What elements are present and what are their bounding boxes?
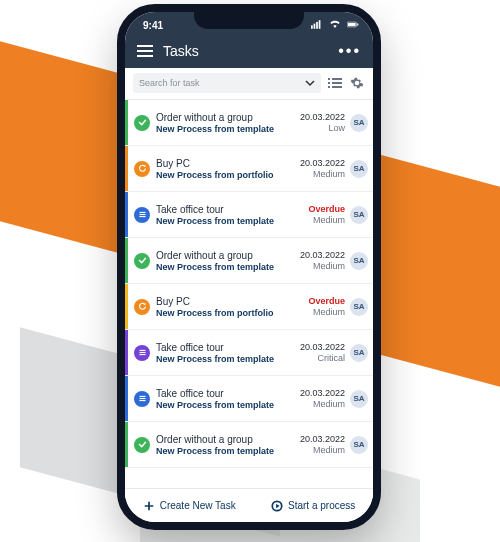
task-priority: Medium	[313, 445, 345, 455]
create-task-button[interactable]: Create New Task	[143, 500, 236, 512]
svg-rect-3	[319, 20, 321, 29]
task-title: Buy PC	[156, 296, 287, 307]
task-priority: Medium	[313, 307, 345, 317]
task-subtitle: New Process from template	[156, 400, 287, 410]
svg-rect-0	[311, 25, 313, 28]
task-priority: Medium	[313, 169, 345, 179]
assignee-avatar[interactable]: SA	[349, 376, 373, 421]
svg-rect-18	[139, 216, 145, 217]
task-row[interactable]: Buy PCNew Process from portfolio20.03.20…	[125, 146, 373, 192]
menu-icon[interactable]	[137, 44, 153, 58]
assignee-avatar[interactable]: SA	[349, 192, 373, 237]
svg-rect-14	[328, 86, 330, 88]
task-due: 20.03.2022	[300, 388, 345, 398]
more-icon[interactable]: •••	[338, 42, 361, 60]
task-row[interactable]: Take office tourNew Process from templat…	[125, 330, 373, 376]
task-title: Buy PC	[156, 158, 287, 169]
task-info: Order without a groupNew Process from te…	[156, 100, 287, 145]
task-row[interactable]: Order without a groupNew Process from te…	[125, 238, 373, 284]
svg-rect-13	[332, 82, 342, 84]
task-title: Order without a group	[156, 112, 287, 123]
footer-bar: Create New Task Start a process	[125, 488, 373, 522]
task-due: Overdue	[308, 204, 345, 214]
svg-rect-1	[314, 23, 316, 28]
assignee-avatar[interactable]: SA	[349, 422, 373, 467]
assignee-avatar[interactable]: SA	[349, 100, 373, 145]
svg-rect-16	[139, 212, 145, 213]
task-title: Take office tour	[156, 388, 287, 399]
task-info: Buy PCNew Process from portfolio	[156, 146, 287, 191]
svg-rect-12	[328, 82, 330, 84]
task-meta: 20.03.2022Medium	[287, 238, 349, 283]
task-subtitle: New Process from template	[156, 216, 287, 226]
task-row[interactable]: Order without a groupNew Process from te…	[125, 100, 373, 146]
task-subtitle: New Process from portfolio	[156, 308, 287, 318]
svg-rect-19	[139, 350, 145, 351]
task-due: Overdue	[308, 296, 345, 306]
task-info: Order without a groupNew Process from te…	[156, 238, 287, 283]
task-subtitle: New Process from template	[156, 446, 287, 456]
task-subtitle: New Process from portfolio	[156, 170, 287, 180]
start-process-label: Start a process	[288, 500, 355, 511]
svg-marker-28	[276, 503, 279, 507]
svg-rect-22	[139, 396, 145, 397]
task-priority: Medium	[313, 399, 345, 409]
task-title: Order without a group	[156, 434, 287, 445]
svg-rect-6	[357, 23, 358, 25]
signal-icon	[311, 20, 323, 31]
page-title: Tasks	[163, 43, 199, 59]
svg-rect-17	[139, 214, 145, 215]
app-header: Tasks •••	[125, 38, 373, 68]
list-view-icon[interactable]	[327, 75, 343, 91]
start-process-button[interactable]: Start a process	[271, 500, 355, 512]
assignee-avatar[interactable]: SA	[349, 238, 373, 283]
task-info: Take office tourNew Process from templat…	[156, 330, 287, 375]
assignee-avatar[interactable]: SA	[349, 284, 373, 329]
battery-icon	[347, 20, 359, 31]
phone-frame: 9:41 Tasks ••• Search for task	[117, 4, 381, 530]
search-input[interactable]: Search for task	[133, 73, 321, 93]
svg-rect-21	[139, 354, 145, 355]
task-info: Take office tourNew Process from templat…	[156, 376, 287, 421]
assignee-avatar[interactable]: SA	[349, 146, 373, 191]
task-title: Order without a group	[156, 250, 287, 261]
status-time: 9:41	[143, 20, 163, 31]
task-priority: Low	[328, 123, 345, 133]
status-icon	[128, 146, 156, 191]
svg-rect-9	[137, 55, 153, 57]
task-priority: Critical	[317, 353, 345, 363]
task-row[interactable]: Take office tourNew Process from templat…	[125, 192, 373, 238]
assignee-avatar[interactable]: SA	[349, 330, 373, 375]
task-priority: Medium	[313, 261, 345, 271]
task-title: Take office tour	[156, 342, 287, 353]
task-meta: OverdueMedium	[287, 192, 349, 237]
task-row[interactable]: Buy PCNew Process from portfolioOverdueM…	[125, 284, 373, 330]
svg-rect-5	[348, 23, 356, 26]
svg-rect-10	[328, 78, 330, 80]
task-due: 20.03.2022	[300, 158, 345, 168]
task-title: Take office tour	[156, 204, 287, 215]
chevron-down-icon[interactable]	[305, 79, 315, 87]
task-info: Take office tourNew Process from templat…	[156, 192, 287, 237]
task-row[interactable]: Take office tourNew Process from templat…	[125, 376, 373, 422]
task-meta: 20.03.2022Low	[287, 100, 349, 145]
task-due: 20.03.2022	[300, 250, 345, 260]
task-meta: 20.03.2022Medium	[287, 422, 349, 467]
gear-icon[interactable]	[349, 75, 365, 91]
phone-notch	[194, 11, 304, 29]
svg-rect-2	[316, 21, 318, 28]
svg-rect-15	[332, 86, 342, 88]
svg-rect-7	[137, 45, 153, 47]
status-icon	[128, 100, 156, 145]
task-due: 20.03.2022	[300, 112, 345, 122]
task-priority: Medium	[313, 215, 345, 225]
task-due: 20.03.2022	[300, 342, 345, 352]
task-info: Order without a groupNew Process from te…	[156, 422, 287, 467]
status-icon	[128, 192, 156, 237]
svg-rect-24	[139, 400, 145, 401]
svg-rect-20	[139, 352, 145, 353]
task-due: 20.03.2022	[300, 434, 345, 444]
svg-rect-23	[139, 398, 145, 399]
task-list[interactable]: Order without a groupNew Process from te…	[125, 100, 373, 500]
task-row[interactable]: Order without a groupNew Process from te…	[125, 422, 373, 468]
